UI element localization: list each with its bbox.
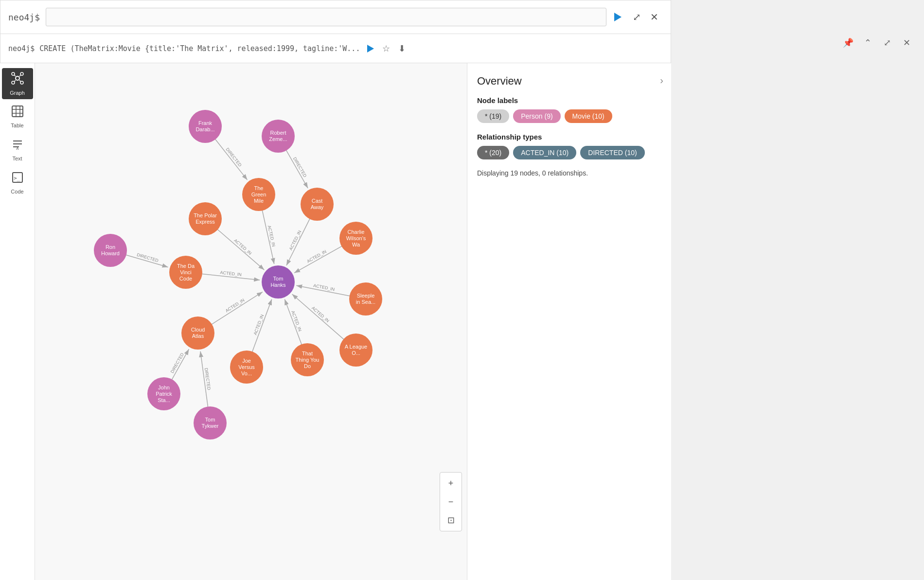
svg-text:ACTED_IN: ACTED_IN xyxy=(311,305,330,323)
svg-line-8 xyxy=(19,75,21,76)
table-icon xyxy=(11,105,24,121)
zoom-out-button[interactable]: − xyxy=(442,493,460,510)
top-bar-close-button[interactable]: ✕ xyxy=(645,8,663,26)
overview-chevron-icon[interactable]: › xyxy=(660,75,663,86)
rel-types-title: Relationship types xyxy=(477,133,661,141)
svg-line-10 xyxy=(19,80,21,82)
rel-types-badges: * (20) ACTED_IN (10) DIRECTED (10) xyxy=(477,146,661,159)
svg-point-82 xyxy=(339,222,373,255)
collapse-button[interactable]: ⌃ xyxy=(860,35,875,51)
svg-point-92 xyxy=(291,343,324,376)
node-greenmile[interactable]: TheGreenMile xyxy=(242,178,275,211)
badge-all-nodes[interactable]: * (19) xyxy=(477,109,509,123)
sidebar-text-label: Text xyxy=(12,156,22,161)
top-bar-expand-button[interactable]: ⤢ xyxy=(628,8,645,26)
node-ronhoward[interactable]: RonHoward xyxy=(94,234,127,267)
pin-button[interactable]: 📌 xyxy=(840,35,856,51)
svg-line-45 xyxy=(252,299,272,352)
svg-point-66 xyxy=(301,188,334,221)
node-tomhanks[interactable]: TomHanks xyxy=(262,265,295,299)
svg-marker-1 xyxy=(367,45,374,53)
close-query-button[interactable]: ✕ xyxy=(899,35,914,51)
svg-point-59 xyxy=(262,120,295,153)
overview-panel: › Overview Node labels * (19) Person (9)… xyxy=(467,63,671,580)
badge-person-nodes[interactable]: Person (9) xyxy=(513,109,560,123)
graph-svg: DIRECTEDDIRECTEDACTED_INACTED_INACTED_IN… xyxy=(35,63,467,580)
sidebar-item-graph[interactable]: Graph xyxy=(2,68,33,99)
svg-line-23 xyxy=(215,139,248,180)
top-bar-run-button[interactable] xyxy=(606,6,628,28)
sidebar-graph-label: Graph xyxy=(10,90,25,96)
run-query-button[interactable] xyxy=(365,43,375,54)
svg-point-2 xyxy=(16,76,19,80)
svg-point-72 xyxy=(94,234,127,267)
sidebar-table-label: Table xyxy=(11,123,23,128)
node-joeversus[interactable]: JoeVersusVo... xyxy=(230,351,263,384)
overview-description: Displaying 19 nodes, 0 relationships. xyxy=(477,169,661,177)
badge-directed[interactable]: DIRECTED (10) xyxy=(580,146,644,159)
svg-rect-11 xyxy=(12,106,23,117)
node-sleepless[interactable]: Sleeplein Sea... xyxy=(349,282,382,316)
top-bar-input[interactable] xyxy=(46,8,606,26)
main-area: Graph Table A xyxy=(0,63,671,580)
sidebar-item-table[interactable]: Table xyxy=(2,101,33,132)
svg-text:ACTED_IN: ACTED_IN xyxy=(290,310,302,332)
star-query-button[interactable]: ☆ xyxy=(378,41,394,56)
badge-all-rels[interactable]: * (20) xyxy=(477,146,509,159)
svg-point-53 xyxy=(262,265,295,299)
graph-icon xyxy=(11,71,24,88)
node-charliewilson[interactable]: CharlieWilson'sWa xyxy=(339,222,373,255)
svg-text:>_: >_ xyxy=(14,175,20,181)
node-robertzeme[interactable]: RobertZeme... xyxy=(262,120,295,153)
svg-line-7 xyxy=(14,75,16,76)
svg-line-41 xyxy=(292,294,344,340)
svg-marker-0 xyxy=(614,13,622,21)
sidebar-code-label: Code xyxy=(11,189,23,194)
overview-title: Overview xyxy=(477,75,661,88)
fit-graph-button[interactable]: ⊡ xyxy=(442,511,460,529)
graph-area[interactable]: DIRECTEDDIRECTEDACTED_INACTED_INACTED_IN… xyxy=(35,63,467,580)
node-aleague[interactable]: A LeagueO... xyxy=(339,334,373,367)
node-johnpatrick[interactable]: JohnPatrickSta... xyxy=(147,377,180,410)
expand-button[interactable]: ⤢ xyxy=(879,35,895,51)
svg-text:ACTED_IN: ACTED_IN xyxy=(233,238,252,256)
node-tomtykwer[interactable]: TomTykwer xyxy=(194,406,227,439)
svg-point-86 xyxy=(349,282,382,316)
second-command-bar: neo4j$ CREATE (TheMatrix:Movie {title:'T… xyxy=(0,34,671,63)
svg-line-31 xyxy=(217,229,264,270)
svg-point-100 xyxy=(147,377,180,410)
zoom-in-button[interactable]: + xyxy=(442,475,460,492)
svg-text:DIRECTED: DIRECTED xyxy=(204,368,212,390)
text-icon: A xyxy=(11,138,24,154)
svg-line-29 xyxy=(286,218,310,265)
node-cloudatlas[interactable]: CloudAtlas xyxy=(181,316,214,350)
node-frankdarab[interactable]: FrankDarab... xyxy=(189,110,222,143)
node-castaway[interactable]: CastAway xyxy=(301,188,334,221)
svg-point-79 xyxy=(181,316,214,350)
code-icon: >_ xyxy=(11,171,24,187)
svg-text:ACTED_IN: ACTED_IN xyxy=(252,314,265,335)
svg-point-56 xyxy=(189,110,222,143)
svg-text:DIRECTED: DIRECTED xyxy=(170,352,185,374)
node-davinci[interactable]: The DaVinciCode xyxy=(169,256,202,289)
second-bar-tools: 📌 ⌃ ⤢ ✕ xyxy=(840,35,914,51)
sidebar-item-text[interactable]: A Text xyxy=(2,134,33,165)
node-thatyoudo[interactable]: ThatThing YouDo xyxy=(291,343,324,376)
download-query-button[interactable]: ⬇ xyxy=(394,41,409,56)
badge-acted-in[interactable]: ACTED_IN (10) xyxy=(513,146,576,159)
svg-text:ACTED_IN: ACTED_IN xyxy=(225,298,246,313)
svg-point-75 xyxy=(169,256,202,289)
sidebar-item-code[interactable]: >_ Code xyxy=(2,167,33,198)
svg-point-96 xyxy=(230,351,263,384)
svg-line-9 xyxy=(14,80,16,82)
svg-point-69 xyxy=(189,202,222,235)
sidebar: Graph Table A xyxy=(0,63,35,580)
node-polarexpress[interactable]: The PolarExpress xyxy=(189,202,222,235)
badge-movie-nodes[interactable]: Movie (10) xyxy=(565,109,612,123)
svg-line-37 xyxy=(294,246,342,273)
node-labels-title: Node labels xyxy=(477,96,661,105)
svg-line-25 xyxy=(286,150,308,188)
svg-point-104 xyxy=(194,406,227,439)
top-bar-prompt: neo4j$ xyxy=(8,12,40,22)
second-bar-query: CREATE (TheMatrix:Movie {title:'The Matr… xyxy=(39,44,360,53)
